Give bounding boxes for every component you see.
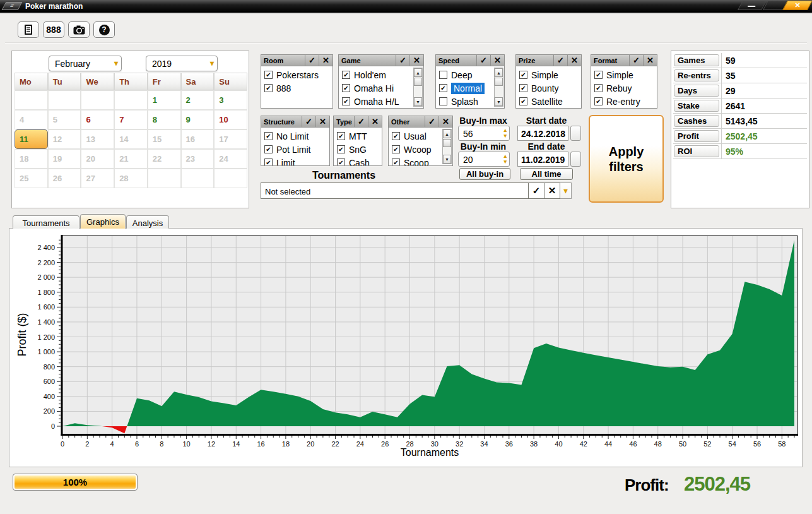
filter-option-rebuy[interactable]: ✔ Rebuy — [592, 81, 656, 95]
checkbox[interactable]: ✔ — [519, 71, 527, 79]
select-all-icon[interactable]: ✓ — [302, 116, 315, 127]
filter-option-cash[interactable]: ✔ Cash — [334, 156, 381, 165]
month-select[interactable]: February ▾ — [49, 56, 122, 71]
calendar-day-21[interactable]: 21 — [114, 149, 148, 169]
tournaments-confirm-button[interactable]: ✓ — [529, 182, 544, 199]
clear-all-icon[interactable]: ✕ — [409, 55, 423, 66]
stat-label[interactable]: Profit — [674, 130, 719, 142]
filter-option-satellite[interactable]: ✔ Satellite — [517, 95, 580, 108]
calendar-day-3[interactable]: 3 — [214, 90, 247, 110]
select-all-icon[interactable]: ✓ — [629, 55, 643, 66]
scroll-thumb[interactable] — [443, 139, 451, 147]
start-date-picker-button[interactable] — [570, 126, 581, 141]
scrollbar[interactable]: ▲ ▼ — [494, 68, 503, 107]
screenshot-button[interactable] — [68, 21, 90, 38]
spinner-arrows-icon[interactable]: ▴▾ — [503, 153, 507, 165]
select-all-icon[interactable]: ✓ — [553, 55, 567, 66]
room-888-button[interactable]: 888 — [43, 21, 64, 38]
calendar-day-20[interactable]: 20 — [81, 149, 114, 169]
filter-option-no-limit[interactable]: ✔ No Limit — [262, 129, 329, 143]
calendar-day-15[interactable]: 15 — [148, 129, 181, 149]
buyin-max-stepper[interactable]: 56 ▴▾ — [458, 126, 510, 141]
calendar-day-6[interactable]: 6 — [81, 110, 114, 129]
checkbox[interactable]: ✔ — [337, 158, 345, 165]
spinner-arrows-icon[interactable]: ▴▾ — [503, 128, 507, 139]
checkbox[interactable] — [439, 71, 447, 79]
calendar-day-28[interactable]: 28 — [114, 169, 148, 188]
select-all-icon[interactable]: ✓ — [425, 116, 438, 127]
report-button[interactable] — [18, 21, 39, 38]
filter-option-limit[interactable]: ✔ Limit — [262, 156, 329, 165]
filter-option-sng[interactable]: ✔ SnG — [334, 143, 381, 156]
calendar-day-7[interactable]: 7 — [114, 110, 148, 129]
scroll-up-icon[interactable]: ▲ — [495, 68, 503, 77]
checkbox[interactable]: ✔ — [594, 71, 603, 79]
clear-all-icon[interactable]: ✕ — [567, 55, 581, 66]
tournaments-select[interactable]: Not selected — [261, 182, 529, 199]
calendar-day-19[interactable]: 19 — [48, 149, 81, 169]
checkbox[interactable]: ✔ — [342, 84, 350, 92]
end-date-picker-button[interactable] — [570, 152, 581, 167]
calendar-day-18[interactable]: 18 — [15, 149, 48, 169]
help-button[interactable]: ? — [93, 21, 115, 38]
clear-all-icon[interactable]: ✕ — [643, 55, 657, 66]
tab-graphics[interactable]: Graphics — [80, 214, 126, 229]
checkbox[interactable]: ✔ — [392, 145, 400, 153]
calendar-day-13[interactable]: 13 — [81, 129, 114, 149]
checkbox[interactable]: ✔ — [264, 132, 273, 140]
stat-label[interactable]: Cashes — [674, 115, 719, 127]
year-select[interactable]: 2019 ▾ — [146, 56, 218, 71]
checkbox[interactable]: ✔ — [264, 145, 273, 153]
calendar-day-12[interactable]: 12 — [48, 129, 81, 149]
checkbox[interactable]: ✔ — [342, 71, 350, 79]
calendar-day-22[interactable]: 22 — [148, 149, 181, 169]
checkbox[interactable]: ✔ — [337, 132, 345, 140]
calendar-day-25[interactable]: 25 — [15, 169, 48, 188]
scroll-down-icon[interactable]: ▼ — [495, 97, 503, 106]
calendar-day-10[interactable]: 10 — [214, 110, 247, 129]
calendar-day-9[interactable]: 9 — [181, 110, 215, 129]
calendar-day-11[interactable]: 11 — [15, 129, 48, 149]
filter-option-mtt[interactable]: ✔ MTT — [334, 129, 381, 143]
checkbox[interactable]: ✔ — [264, 71, 273, 79]
scroll-thumb[interactable] — [495, 78, 503, 86]
calendar-day-26[interactable]: 26 — [48, 169, 81, 188]
clear-all-icon[interactable]: ✕ — [438, 116, 452, 127]
scrollbar[interactable]: ▲ ▼ — [442, 129, 452, 164]
calendar-day-8[interactable]: 8 — [148, 110, 181, 129]
stat-label[interactable]: Games — [674, 54, 719, 66]
clear-all-icon[interactable]: ✕ — [319, 55, 332, 66]
filter-option-hold-em[interactable]: ✔ Hold'em — [339, 68, 423, 81]
filter-option-pokerstars[interactable]: ✔ Pokerstars — [262, 68, 332, 81]
scrollbar[interactable]: ▲ ▼ — [413, 68, 423, 107]
stat-label[interactable]: Stake — [674, 100, 719, 112]
clear-all-icon[interactable]: ✕ — [315, 116, 329, 127]
clear-all-icon[interactable]: ✕ — [490, 55, 504, 66]
checkbox[interactable]: ✔ — [337, 145, 345, 153]
close-button[interactable]: ✕ — [782, 1, 812, 10]
all-buyin-button[interactable]: All buy-in — [459, 168, 510, 180]
buyin-min-stepper[interactable]: 20 ▴▾ — [458, 152, 510, 167]
scroll-thumb[interactable] — [414, 78, 422, 86]
checkbox[interactable]: ✔ — [519, 97, 527, 105]
filter-option-bounty[interactable]: ✔ Bounty — [517, 81, 580, 95]
checkbox[interactable]: ✔ — [594, 84, 603, 92]
tournaments-dropdown-button[interactable]: ▾ — [560, 182, 572, 199]
filter-option-simple[interactable]: ✔ Simple — [517, 68, 580, 81]
stat-label[interactable]: Days — [674, 85, 719, 97]
end-date-field[interactable]: 11.02.2019 — [517, 152, 568, 167]
stat-label[interactable]: Re-entrs — [674, 69, 719, 81]
select-all-icon[interactable]: ✓ — [305, 55, 319, 66]
checkbox[interactable]: ✔ — [264, 158, 273, 165]
calendar-day-16[interactable]: 16 — [181, 129, 215, 149]
checkbox[interactable]: ✔ — [392, 132, 400, 140]
tab-tournaments[interactable]: Tournaments — [13, 215, 79, 229]
select-all-icon[interactable]: ✓ — [396, 55, 409, 66]
calendar-day-2[interactable]: 2 — [181, 90, 215, 110]
minimize-button[interactable] — [738, 1, 767, 10]
filter-option-omaha-h-l[interactable]: ✔ Omaha H/L — [339, 95, 423, 108]
select-all-icon[interactable]: ✓ — [354, 116, 368, 127]
calendar-day-27[interactable]: 27 — [81, 169, 114, 188]
all-time-button[interactable]: All time — [520, 168, 573, 180]
stat-label[interactable]: ROI — [674, 145, 719, 157]
